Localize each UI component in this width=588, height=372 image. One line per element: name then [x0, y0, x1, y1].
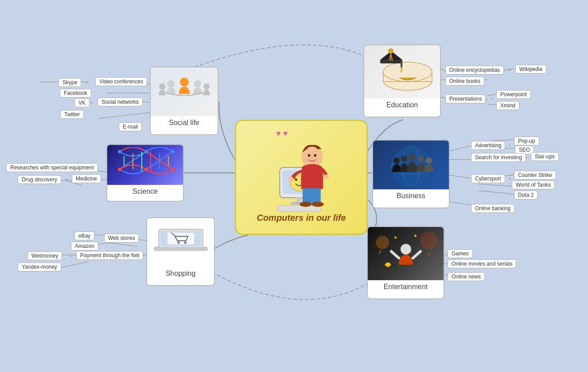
svg-point-57 [180, 78, 189, 86]
entertainment-image: ♪ ♫ ★ ★ [368, 227, 444, 280]
svg-rect-65 [380, 60, 402, 63]
web-stores-label: Web stores [104, 234, 139, 243]
computer-character [266, 133, 337, 213]
movies-label: Online movies and serials [448, 259, 516, 268]
drug-dash: - [66, 176, 67, 182]
svg-line-26 [479, 191, 514, 194]
counter-strike-label: Counter Strike [514, 171, 556, 180]
email-label: E-mail [119, 122, 142, 131]
svg-point-78 [118, 150, 121, 153]
science-node: Science [106, 144, 184, 202]
dna-svg [111, 147, 179, 183]
svg-point-100 [401, 244, 411, 255]
svg-point-56 [312, 202, 323, 207]
business-image [373, 141, 449, 189]
presentations-label: Presentations [445, 94, 486, 103]
svg-point-55 [300, 202, 312, 207]
shopping-label: Shopping [147, 267, 214, 281]
svg-rect-54 [303, 188, 321, 204]
vk-dash: - [91, 100, 93, 106]
vk-label: VK [74, 98, 90, 107]
education-node: Education [363, 44, 441, 117]
svg-point-98 [184, 241, 187, 244]
startups-label: Star-ups [531, 152, 559, 161]
svg-line-5 [98, 113, 150, 118]
social-image [151, 67, 218, 116]
svg-point-47 [308, 154, 311, 157]
svg-line-102 [413, 251, 421, 258]
social-life-node: Social life [150, 67, 218, 135]
payment-label: Payment through the Net [76, 251, 143, 260]
svg-point-88 [393, 157, 400, 164]
svg-point-41 [295, 178, 297, 181]
video-conf-label: Video conferences [95, 77, 147, 86]
svg-point-58 [167, 80, 175, 87]
svg-text:★: ★ [413, 233, 417, 238]
entertainment-node: ♪ ♫ ★ ★ Entertainment [367, 226, 444, 299]
inv-dash: - [525, 154, 527, 160]
news-label: Online news [448, 272, 485, 281]
entertainment-svg: ♪ ♫ ★ ★ [371, 229, 440, 278]
svg-point-79 [144, 150, 148, 153]
svg-line-25 [479, 184, 514, 186]
svg-point-59 [159, 83, 165, 90]
medicine-label: Medicine [72, 174, 101, 183]
games-label: Games [448, 249, 473, 258]
ebay-label: eBay [74, 231, 94, 240]
education-label: Education [364, 98, 440, 113]
svg-rect-67 [401, 60, 402, 68]
science-image [107, 145, 183, 185]
svg-point-92 [426, 157, 432, 164]
social-networks-label: Social networks [97, 98, 143, 106]
svg-point-91 [418, 156, 424, 162]
svg-rect-45 [277, 205, 320, 211]
svg-line-34 [58, 262, 89, 268]
svg-point-48 [314, 154, 316, 157]
popup-label: Pop-up [514, 137, 539, 145]
svg-point-80 [171, 150, 175, 153]
business-label: Business [373, 189, 449, 204]
amazon-label: Amazon [71, 242, 98, 251]
education-image [364, 45, 440, 98]
twitter-label: Twitter [60, 110, 84, 119]
science-label: Science [107, 185, 183, 199]
svg-text:♫: ♫ [427, 251, 431, 257]
svg-point-61 [203, 83, 210, 90]
enc-dash: - [509, 67, 510, 73]
shopping-svg [150, 220, 212, 265]
cybersport-label: Cybersport [471, 174, 505, 183]
svg-point-68 [388, 48, 393, 54]
skype-label: Skype [58, 78, 81, 87]
education-svg [368, 47, 436, 96]
wikipedia-label: Wikipedia [515, 65, 546, 74]
research-label: Researches with special equipment [6, 163, 98, 172]
svg-point-51 [315, 158, 319, 161]
pay-dash: - [70, 253, 72, 259]
entertainment-label: Entertainment [368, 280, 444, 294]
svg-point-60 [194, 80, 201, 87]
svg-point-53 [324, 174, 329, 180]
adv-dash: - [509, 142, 510, 148]
skype-dash: - [86, 79, 88, 85]
svg-text:★: ★ [393, 235, 397, 240]
svg-point-49 [311, 157, 313, 159]
shopping-image [147, 218, 214, 267]
svg-text:♪: ♪ [378, 247, 382, 255]
search-investing-label: Search for investing [471, 153, 526, 162]
svg-point-104 [420, 231, 438, 249]
svg-point-50 [305, 158, 309, 161]
dota2-label: Dota 2 [514, 191, 537, 200]
advertising-label: Advertising [471, 141, 505, 150]
business-node: Business [372, 140, 450, 208]
svg-point-109 [386, 262, 390, 267]
powerpoint-label: Powerpoint [496, 90, 531, 99]
webmoney-label: Webmoney [27, 251, 62, 260]
svg-point-97 [177, 241, 180, 244]
world-of-tanks-label: World of Tanks [512, 180, 555, 189]
yandex-label: Yandex-money [18, 262, 61, 271]
social-svg [158, 70, 211, 114]
pres-dash: - [491, 95, 493, 102]
facebook-label: Facebook [60, 89, 91, 98]
shopping-node: Shopping [146, 217, 215, 286]
drug-label: Drug discovery [18, 175, 61, 184]
